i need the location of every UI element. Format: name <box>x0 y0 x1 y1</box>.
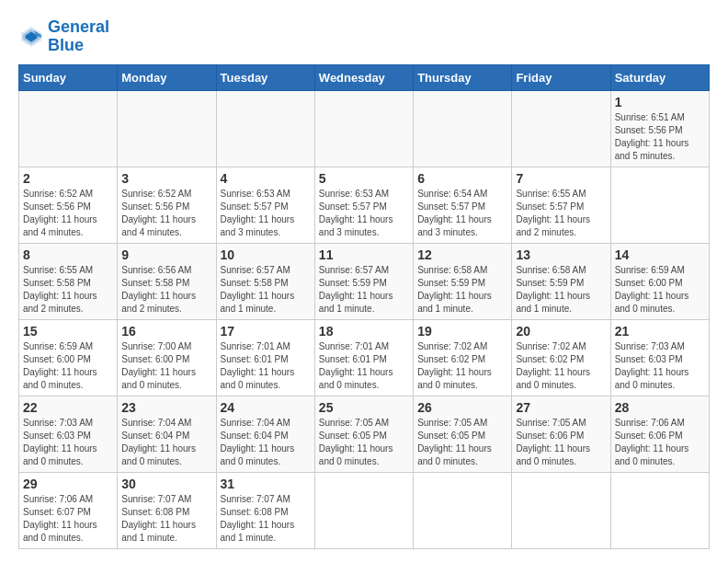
day-number: 30 <box>121 477 211 491</box>
day-cell: 26Sunrise: 7:05 AM Sunset: 6:05 PM Dayli… <box>414 396 512 472</box>
day-info: Sunrise: 6:54 AM Sunset: 5:57 PM Dayligh… <box>417 188 507 239</box>
day-info: Sunrise: 6:53 AM Sunset: 5:57 PM Dayligh… <box>319 188 409 239</box>
day-cell: 13Sunrise: 6:58 AM Sunset: 5:59 PM Dayli… <box>512 243 610 319</box>
day-cell <box>512 472 610 548</box>
day-cell: 1Sunrise: 6:51 AM Sunset: 5:56 PM Daylig… <box>610 90 709 167</box>
day-info: Sunrise: 6:57 AM Sunset: 5:58 PM Dayligh… <box>221 264 311 316</box>
day-cell: 12Sunrise: 6:58 AM Sunset: 5:59 PM Dayli… <box>414 243 512 319</box>
day-number: 3 <box>121 171 211 186</box>
day-info: Sunrise: 6:51 AM Sunset: 5:56 PM Dayligh… <box>615 111 705 163</box>
day-number: 10 <box>221 247 311 262</box>
day-cell: 16Sunrise: 7:00 AM Sunset: 6:00 PM Dayli… <box>118 319 216 396</box>
day-number: 5 <box>319 171 409 186</box>
day-cell: 23Sunrise: 7:04 AM Sunset: 6:04 PM Dayli… <box>118 396 216 472</box>
day-number: 15 <box>23 324 113 339</box>
header-row: SundayMondayTuesdayWednesdayThursdayFrid… <box>19 64 710 90</box>
header-cell-wednesday: Wednesday <box>314 64 413 90</box>
day-number: 16 <box>121 324 211 339</box>
day-info: Sunrise: 6:53 AM Sunset: 5:57 PM Dayligh… <box>221 188 311 239</box>
day-number: 25 <box>319 400 409 415</box>
day-cell: 20Sunrise: 7:02 AM Sunset: 6:02 PM Dayli… <box>512 319 610 396</box>
day-info: Sunrise: 7:06 AM Sunset: 6:07 PM Dayligh… <box>23 493 113 545</box>
day-info: Sunrise: 7:07 AM Sunset: 6:08 PM Dayligh… <box>221 493 311 545</box>
day-number: 1 <box>615 95 705 109</box>
logo: General Blue <box>18 18 109 55</box>
day-info: Sunrise: 7:07 AM Sunset: 6:08 PM Dayligh… <box>121 493 211 545</box>
day-cell: 27Sunrise: 7:05 AM Sunset: 6:06 PM Dayli… <box>512 396 610 472</box>
day-number: 31 <box>221 477 311 491</box>
day-cell: 15Sunrise: 6:59 AM Sunset: 6:00 PM Dayli… <box>19 319 118 396</box>
day-info: Sunrise: 6:59 AM Sunset: 6:00 PM Dayligh… <box>23 340 113 392</box>
day-info: Sunrise: 7:02 AM Sunset: 6:02 PM Dayligh… <box>417 340 507 392</box>
header-cell-friday: Friday <box>512 64 610 90</box>
week-row-5: 22Sunrise: 7:03 AM Sunset: 6:03 PM Dayli… <box>19 396 710 472</box>
day-info: Sunrise: 7:05 AM Sunset: 6:06 PM Dayligh… <box>516 417 606 468</box>
day-number: 7 <box>516 171 606 186</box>
day-number: 8 <box>23 247 113 262</box>
day-cell: 4Sunrise: 6:53 AM Sunset: 5:57 PM Daylig… <box>216 167 314 243</box>
day-number: 4 <box>221 171 311 186</box>
week-row-6: 29Sunrise: 7:06 AM Sunset: 6:07 PM Dayli… <box>19 472 710 548</box>
day-info: Sunrise: 7:03 AM Sunset: 6:03 PM Dayligh… <box>615 340 705 392</box>
day-cell <box>314 472 413 548</box>
day-number: 9 <box>121 247 211 262</box>
day-info: Sunrise: 6:52 AM Sunset: 5:56 PM Dayligh… <box>23 188 113 239</box>
calendar-body: 1Sunrise: 6:51 AM Sunset: 5:56 PM Daylig… <box>19 90 710 548</box>
day-cell: 17Sunrise: 7:01 AM Sunset: 6:01 PM Dayli… <box>216 319 314 396</box>
day-info: Sunrise: 7:01 AM Sunset: 6:01 PM Dayligh… <box>319 340 409 392</box>
day-cell: 22Sunrise: 7:03 AM Sunset: 6:03 PM Dayli… <box>19 396 118 472</box>
day-cell: 6Sunrise: 6:54 AM Sunset: 5:57 PM Daylig… <box>414 167 512 243</box>
header-cell-saturday: Saturday <box>610 64 709 90</box>
day-info: Sunrise: 7:06 AM Sunset: 6:06 PM Dayligh… <box>615 417 705 468</box>
day-cell: 25Sunrise: 7:05 AM Sunset: 6:05 PM Dayli… <box>314 396 413 472</box>
day-cell: 18Sunrise: 7:01 AM Sunset: 6:01 PM Dayli… <box>314 319 413 396</box>
day-cell: 24Sunrise: 7:04 AM Sunset: 6:04 PM Dayli… <box>216 396 314 472</box>
day-cell <box>216 90 314 167</box>
day-info: Sunrise: 7:04 AM Sunset: 6:04 PM Dayligh… <box>221 417 311 468</box>
day-number: 12 <box>417 247 507 262</box>
day-info: Sunrise: 7:03 AM Sunset: 6:03 PM Dayligh… <box>23 417 113 468</box>
day-cell <box>414 472 512 548</box>
day-info: Sunrise: 7:02 AM Sunset: 6:02 PM Dayligh… <box>516 340 606 392</box>
day-number: 28 <box>615 400 705 415</box>
calendar-header: SundayMondayTuesdayWednesdayThursdayFrid… <box>19 64 710 90</box>
day-number: 26 <box>417 400 507 415</box>
day-cell <box>610 472 709 548</box>
day-info: Sunrise: 6:59 AM Sunset: 6:00 PM Dayligh… <box>615 264 705 316</box>
week-row-2: 2Sunrise: 6:52 AM Sunset: 5:56 PM Daylig… <box>19 167 710 243</box>
page-header: General Blue <box>18 18 710 55</box>
day-number: 17 <box>221 324 311 339</box>
header-cell-sunday: Sunday <box>19 64 118 90</box>
day-cell: 21Sunrise: 7:03 AM Sunset: 6:03 PM Dayli… <box>610 319 709 396</box>
day-info: Sunrise: 7:04 AM Sunset: 6:04 PM Dayligh… <box>121 417 211 468</box>
day-info: Sunrise: 6:56 AM Sunset: 5:58 PM Dayligh… <box>121 264 211 316</box>
day-cell <box>314 90 413 167</box>
day-cell <box>19 90 118 167</box>
day-cell: 30Sunrise: 7:07 AM Sunset: 6:08 PM Dayli… <box>118 472 216 548</box>
day-cell: 10Sunrise: 6:57 AM Sunset: 5:58 PM Dayli… <box>216 243 314 319</box>
day-info: Sunrise: 6:55 AM Sunset: 5:57 PM Dayligh… <box>516 188 606 239</box>
day-cell: 9Sunrise: 6:56 AM Sunset: 5:58 PM Daylig… <box>118 243 216 319</box>
day-number: 13 <box>516 247 606 262</box>
day-info: Sunrise: 6:55 AM Sunset: 5:58 PM Dayligh… <box>23 264 113 316</box>
day-number: 22 <box>23 400 113 415</box>
day-info: Sunrise: 7:05 AM Sunset: 6:05 PM Dayligh… <box>319 417 409 468</box>
day-number: 24 <box>221 400 311 415</box>
day-number: 20 <box>516 324 606 339</box>
day-cell: 5Sunrise: 6:53 AM Sunset: 5:57 PM Daylig… <box>314 167 413 243</box>
header-cell-monday: Monday <box>118 64 216 90</box>
logo-icon <box>18 24 44 50</box>
day-cell: 19Sunrise: 7:02 AM Sunset: 6:02 PM Dayli… <box>414 319 512 396</box>
week-row-4: 15Sunrise: 6:59 AM Sunset: 6:00 PM Dayli… <box>19 319 710 396</box>
day-info: Sunrise: 6:58 AM Sunset: 5:59 PM Dayligh… <box>417 264 507 316</box>
logo-text: General Blue <box>48 18 109 55</box>
day-cell <box>118 90 216 167</box>
day-cell: 11Sunrise: 6:57 AM Sunset: 5:59 PM Dayli… <box>314 243 413 319</box>
day-number: 18 <box>319 324 409 339</box>
day-number: 14 <box>615 247 705 262</box>
day-number: 19 <box>417 324 507 339</box>
day-info: Sunrise: 7:00 AM Sunset: 6:00 PM Dayligh… <box>121 340 211 392</box>
day-number: 11 <box>319 247 409 262</box>
day-cell: 14Sunrise: 6:59 AM Sunset: 6:00 PM Dayli… <box>610 243 709 319</box>
day-number: 29 <box>23 477 113 491</box>
